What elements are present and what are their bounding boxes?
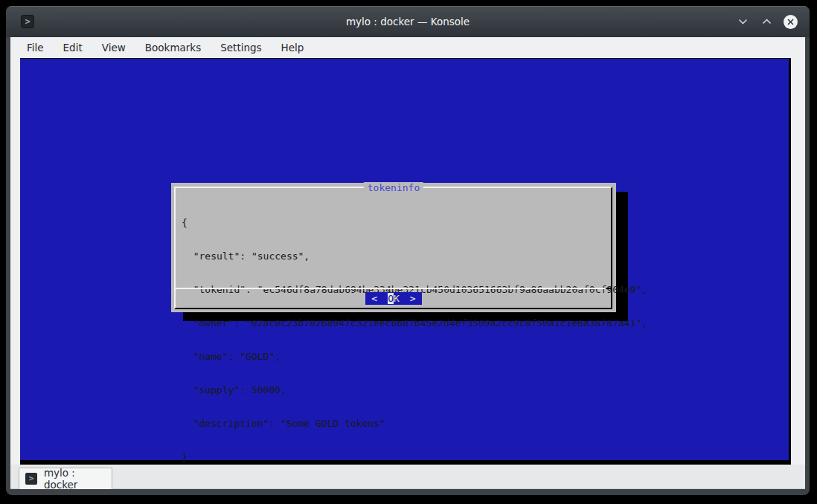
menu-bookmarks[interactable]: Bookmarks bbox=[144, 40, 202, 55]
terminal-screen[interactable]: tokeninfo { "result": "success", "tokeni… bbox=[20, 59, 789, 460]
ok-hotkey-cursor: O bbox=[388, 293, 394, 304]
json-line: "result": "success", bbox=[182, 251, 647, 262]
menu-file[interactable]: File bbox=[26, 40, 45, 55]
konsole-tab-icon: > bbox=[25, 473, 37, 485]
close-icon bbox=[784, 15, 798, 29]
tokeninfo-dialog: tokeninfo { "result": "success", "tokeni… bbox=[171, 183, 616, 312]
close-button[interactable] bbox=[783, 14, 798, 29]
minimize-button[interactable] bbox=[735, 14, 750, 29]
json-line: "description": "Some GOLD tokens" bbox=[182, 418, 647, 429]
json-line: { bbox=[182, 217, 647, 228]
tab-mylo-docker[interactable]: > mylo : docker bbox=[19, 468, 112, 489]
tabbar: > mylo : docker bbox=[10, 465, 805, 489]
ok-button[interactable]: <OK> bbox=[365, 292, 421, 305]
json-line: "owner": "02ac0c23b78268947c321eec6b87b4… bbox=[182, 317, 647, 329]
terminal-view: tokeninfo { "result": "success", "tokeni… bbox=[20, 58, 791, 465]
window-title: mylo : docker — Konsole bbox=[6, 16, 810, 28]
chevron-up-icon bbox=[762, 19, 772, 25]
json-line: "supply": 50000, bbox=[182, 384, 647, 395]
window-controls bbox=[735, 6, 798, 37]
menu-settings[interactable]: Settings bbox=[220, 40, 262, 55]
terminal-margin: tokeninfo { "result": "success", "tokeni… bbox=[10, 58, 805, 465]
menu-help[interactable]: Help bbox=[281, 40, 305, 55]
chevron-down-icon bbox=[738, 19, 748, 25]
menu-edit[interactable]: Edit bbox=[63, 40, 83, 55]
konsole-app-icon[interactable]: > bbox=[21, 15, 34, 28]
json-line: "name": "GOLD", bbox=[182, 351, 647, 362]
titlebar[interactable]: > mylo : docker — Konsole bbox=[6, 6, 810, 37]
maximize-button[interactable] bbox=[759, 14, 774, 29]
dialog-button-row: <OK> bbox=[171, 292, 616, 305]
ok-right-angle: > bbox=[410, 293, 416, 304]
dialog-separator bbox=[175, 288, 612, 289]
ok-left-angle: < bbox=[371, 293, 377, 304]
tab-label: mylo : docker bbox=[44, 467, 112, 491]
konsole-window: > mylo : docker — Konsole bbox=[6, 6, 810, 495]
menubar: File Edit View Bookmarks Settings Help bbox=[10, 37, 805, 58]
dialog-json-output: { "result": "success", "tokenid": "ec546… bbox=[182, 195, 647, 485]
menu-view[interactable]: View bbox=[101, 40, 126, 55]
dialog-title: tokeninfo bbox=[364, 182, 423, 193]
json-line: } bbox=[182, 451, 647, 462]
ok-label-rest: K bbox=[394, 293, 400, 304]
